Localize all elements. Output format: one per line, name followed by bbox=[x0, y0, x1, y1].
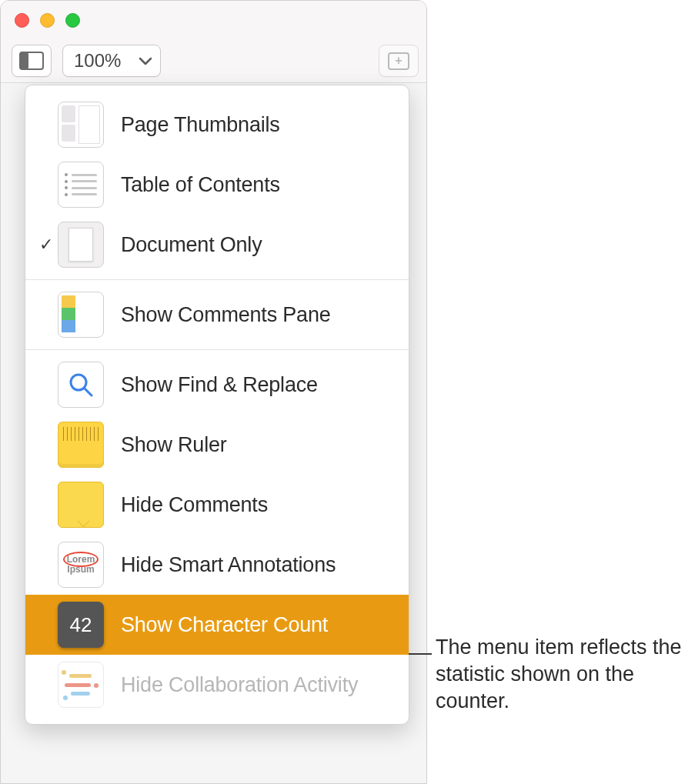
menu-item-show-character-count[interactable]: 42 Show Character Count bbox=[25, 595, 409, 655]
add-page-button[interactable]: + bbox=[379, 45, 419, 77]
svg-line-3 bbox=[84, 388, 92, 395]
collaboration-activity-icon bbox=[58, 662, 104, 708]
menu-item-label: Document Only bbox=[121, 233, 262, 257]
menu-item-label: Show Ruler bbox=[121, 433, 227, 457]
close-button[interactable] bbox=[15, 13, 29, 28]
search-icon bbox=[58, 362, 104, 408]
menu-item-show-find-replace[interactable]: Show Find & Replace bbox=[25, 355, 409, 415]
smart-annotations-icon: Lorem Ipsum bbox=[58, 542, 104, 588]
sidebar-icon bbox=[19, 52, 44, 70]
callout-text: The menu item reflects the statistic sho… bbox=[436, 634, 682, 715]
maximize-button[interactable] bbox=[65, 13, 80, 28]
callout-leader-line bbox=[409, 653, 432, 655]
add-page-icon: + bbox=[388, 52, 409, 70]
zoom-dropdown[interactable]: 100% bbox=[62, 45, 161, 77]
table-of-contents-icon bbox=[58, 162, 104, 208]
menu-item-label: Show Find & Replace bbox=[121, 373, 318, 397]
menu-item-label: Table of Contents bbox=[121, 173, 280, 197]
ruler-icon bbox=[58, 422, 104, 468]
sticky-note-icon bbox=[58, 482, 104, 528]
menu-item-label: Show Comments Pane bbox=[121, 303, 331, 327]
window-controls bbox=[15, 13, 80, 28]
menu-item-label: Hide Collaboration Activity bbox=[121, 673, 358, 697]
character-count-icon: 42 bbox=[58, 602, 104, 648]
svg-rect-1 bbox=[20, 52, 28, 69]
chevron-down-icon bbox=[139, 55, 152, 66]
view-menu-button[interactable] bbox=[12, 45, 52, 77]
minimize-button[interactable] bbox=[40, 13, 55, 28]
menu-item-label: Hide Smart Annotations bbox=[121, 553, 336, 577]
menu-item-label: Show Character Count bbox=[121, 613, 328, 637]
page-thumbnails-icon bbox=[58, 102, 104, 148]
menu-separator bbox=[25, 279, 409, 280]
menu-item-hide-collaboration-activity: Hide Collaboration Activity bbox=[25, 655, 409, 715]
toolbar: 100% + bbox=[1, 39, 426, 82]
checkmark-icon: ✓ bbox=[36, 235, 56, 255]
menu-item-show-comments-pane[interactable]: Show Comments Pane bbox=[25, 285, 409, 345]
menu-item-page-thumbnails[interactable]: Page Thumbnails bbox=[25, 95, 409, 155]
comments-pane-icon bbox=[58, 292, 104, 338]
count-value: 42 bbox=[70, 613, 92, 637]
menu-item-hide-smart-annotations[interactable]: Lorem Ipsum Hide Smart Annotations bbox=[25, 535, 409, 595]
document-only-icon bbox=[58, 222, 104, 268]
menu-item-hide-comments[interactable]: Hide Comments bbox=[25, 475, 409, 535]
menu-item-show-ruler[interactable]: Show Ruler bbox=[25, 415, 409, 475]
menu-separator bbox=[25, 349, 409, 350]
menu-item-table-of-contents[interactable]: Table of Contents bbox=[25, 155, 409, 215]
titlebar bbox=[1, 1, 426, 39]
menu-item-label: Page Thumbnails bbox=[121, 113, 280, 137]
view-menu-popup: Page Thumbnails Table of Contents ✓ Docu… bbox=[25, 85, 409, 725]
menu-item-label: Hide Comments bbox=[121, 493, 268, 517]
zoom-value: 100% bbox=[74, 50, 121, 72]
menu-item-document-only[interactable]: ✓ Document Only bbox=[25, 215, 409, 275]
